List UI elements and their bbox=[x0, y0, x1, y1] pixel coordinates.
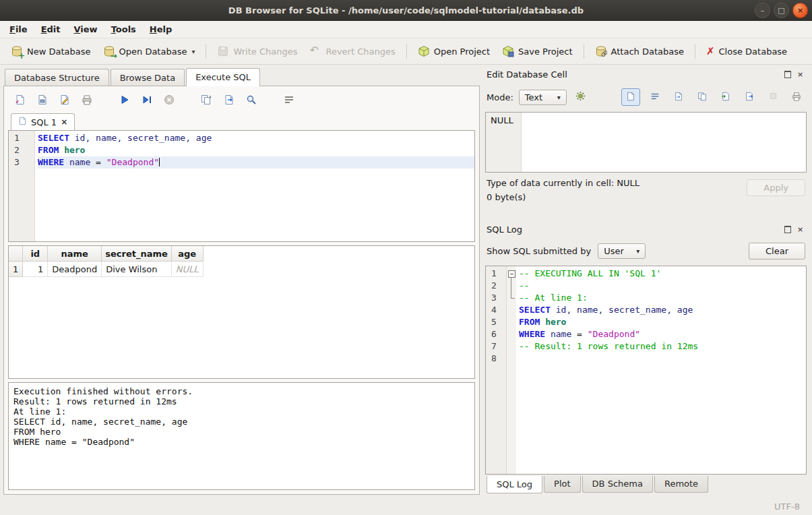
column-header-id[interactable]: id bbox=[23, 246, 48, 262]
clear-log-button[interactable]: Clear bbox=[749, 243, 805, 260]
export-cell-button[interactable] bbox=[741, 89, 758, 105]
chevron-down-icon: ▾ bbox=[557, 94, 561, 101]
auto-mode-button[interactable] bbox=[572, 89, 590, 105]
sql-log-viewer[interactable]: 1 2 3 4 5 6 7 8 bbox=[485, 266, 807, 475]
right-pane: Edit Database Cell × Mode: Text ▾ bbox=[481, 65, 812, 497]
find-replace-icon bbox=[246, 94, 257, 107]
editor-line-numbers: 1 2 3 bbox=[9, 131, 35, 241]
save-project-icon bbox=[502, 45, 514, 57]
menu-edit[interactable]: Edit bbox=[34, 22, 67, 36]
cell-secret-name[interactable]: Dive Wilson bbox=[102, 262, 172, 277]
open-database-dropdown-icon[interactable]: ▾ bbox=[191, 48, 195, 55]
execute-all-button[interactable] bbox=[117, 92, 133, 109]
float-dock-button[interactable] bbox=[782, 224, 792, 235]
log-line: FROM hero bbox=[519, 316, 806, 328]
tab-sql-log[interactable]: SQL Log bbox=[487, 476, 542, 493]
menu-help[interactable]: Help bbox=[143, 22, 179, 36]
open-project-button[interactable]: Open Project bbox=[412, 42, 495, 61]
mode-label: Mode: bbox=[487, 92, 513, 102]
log-line-numbers: 1 2 3 4 5 6 7 8 bbox=[486, 266, 507, 474]
log-line: -- At line 1: bbox=[519, 292, 806, 304]
tab-execute-sql[interactable]: Execute SQL bbox=[186, 68, 260, 86]
tab-remote[interactable]: Remote bbox=[654, 476, 708, 493]
cell-name[interactable]: Deadpond bbox=[48, 262, 102, 277]
sql-toolbar bbox=[8, 90, 475, 111]
titlebar[interactable]: DB Browser for SQLite - /home/user/code/… bbox=[0, 0, 812, 21]
menu-file[interactable]: File bbox=[3, 22, 34, 36]
open-external-button[interactable] bbox=[670, 89, 687, 105]
sql-tab-sql1[interactable]: SQL 1 × bbox=[11, 113, 75, 131]
open-database-icon: → bbox=[103, 45, 115, 57]
print-sql-button[interactable] bbox=[79, 92, 95, 109]
editor-line: FROM hero bbox=[38, 144, 474, 156]
export-results-icon bbox=[224, 94, 235, 107]
column-header-secret-name[interactable]: secret_name bbox=[102, 246, 172, 262]
row-number[interactable]: 1 bbox=[9, 262, 23, 277]
sql-tab-bar: SQL 1 × bbox=[8, 111, 475, 131]
close-button[interactable]: × bbox=[792, 3, 808, 18]
import-cell-button[interactable] bbox=[717, 89, 735, 105]
sql-file-icon bbox=[18, 117, 27, 127]
new-sql-tab-button[interactable] bbox=[199, 92, 215, 109]
sql-editor[interactable]: 1 2 3 SELECT id, name, secret_name, age … bbox=[8, 130, 475, 242]
log-line: -- EXECUTING ALL IN 'SQL 1' bbox=[519, 268, 806, 280]
tab-database-structure[interactable]: Database Structure bbox=[5, 69, 109, 86]
app-window: DB Browser for SQLite - /home/user/code/… bbox=[0, 0, 812, 515]
execution-message[interactable]: Execution finished without errors. Resul… bbox=[8, 382, 475, 490]
window-title: DB Browser for SQLite - /home/user/code/… bbox=[0, 5, 812, 16]
close-dock-button[interactable]: × bbox=[795, 69, 805, 80]
copy-cell-button[interactable] bbox=[693, 89, 711, 105]
cell-id[interactable]: 1 bbox=[23, 262, 48, 277]
menu-tools[interactable]: Tools bbox=[104, 22, 143, 36]
tab-plot[interactable]: Plot bbox=[544, 476, 581, 493]
document-icon bbox=[674, 92, 683, 103]
menubar: File Edit View Tools Help bbox=[0, 21, 812, 38]
set-null-button[interactable] bbox=[764, 89, 782, 105]
save-project-button[interactable]: Save Project bbox=[497, 42, 578, 61]
cell-age[interactable]: NULL bbox=[171, 262, 203, 277]
float-dock-button[interactable] bbox=[782, 69, 792, 80]
filter-label: Show SQL submitted by bbox=[487, 246, 591, 256]
apply-button[interactable]: Apply bbox=[747, 179, 805, 196]
maximize-button[interactable]: □ bbox=[774, 3, 789, 18]
execute-line-button[interactable] bbox=[139, 92, 155, 109]
submitted-by-select[interactable]: User ▾ bbox=[598, 243, 646, 259]
cell-editor[interactable]: NULL bbox=[485, 112, 807, 173]
edit-cell-title: Edit Database Cell bbox=[487, 69, 780, 80]
mode-select[interactable]: Text ▾ bbox=[519, 90, 567, 105]
column-header-name[interactable]: name bbox=[48, 246, 102, 262]
new-sql-tab-icon bbox=[201, 94, 213, 107]
attach-database-button[interactable]: Attach Database bbox=[590, 42, 689, 61]
encoding-indicator[interactable]: UTF-8 bbox=[774, 502, 800, 512]
tab-browse-data[interactable]: Browse Data bbox=[111, 69, 185, 86]
revert-changes-button: ↶ Revert Changes bbox=[304, 42, 400, 61]
toolbar-separator bbox=[584, 44, 584, 59]
word-wrap-cell-button[interactable] bbox=[646, 89, 664, 105]
word-wrap-button[interactable] bbox=[281, 92, 297, 109]
close-database-button[interactable]: ✗ Close Database bbox=[701, 43, 792, 60]
minimize-button[interactable]: – bbox=[755, 3, 770, 18]
main-tab-bar: Database Structure Browse Data Execute S… bbox=[3, 67, 480, 86]
open-database-button[interactable]: → Open Database ▾ bbox=[98, 42, 201, 61]
close-dock-button[interactable]: × bbox=[795, 224, 805, 235]
log-text: -- EXECUTING ALL IN 'SQL 1' -- -- At lin… bbox=[516, 266, 806, 474]
export-results-button[interactable] bbox=[221, 92, 237, 109]
toolbar-separator bbox=[406, 44, 407, 59]
text-view-button[interactable] bbox=[621, 88, 640, 106]
corner-header[interactable] bbox=[9, 246, 23, 262]
find-replace-button[interactable] bbox=[243, 92, 259, 109]
tab-db-schema[interactable]: DB Schema bbox=[582, 476, 653, 493]
open-sql-file-button[interactable] bbox=[12, 92, 28, 109]
column-header-age[interactable]: age bbox=[171, 246, 203, 262]
editor-text: SELECT id, name, secret_name, age FROM h… bbox=[35, 131, 474, 241]
cell-info-row: Type of data currently in cell: NULL 0 b… bbox=[485, 173, 807, 217]
close-sql-tab-icon[interactable]: × bbox=[61, 117, 67, 127]
save-sql-file-button[interactable] bbox=[34, 92, 51, 109]
menu-view[interactable]: View bbox=[67, 22, 104, 36]
new-database-button[interactable]: + New Database bbox=[5, 42, 96, 61]
fold-marker-collapse[interactable] bbox=[507, 268, 516, 280]
save-sql-as-button[interactable] bbox=[57, 92, 73, 109]
print-cell-button[interactable] bbox=[788, 89, 805, 105]
close-database-icon: ✗ bbox=[706, 47, 715, 57]
close-dock-icon: × bbox=[797, 225, 803, 234]
